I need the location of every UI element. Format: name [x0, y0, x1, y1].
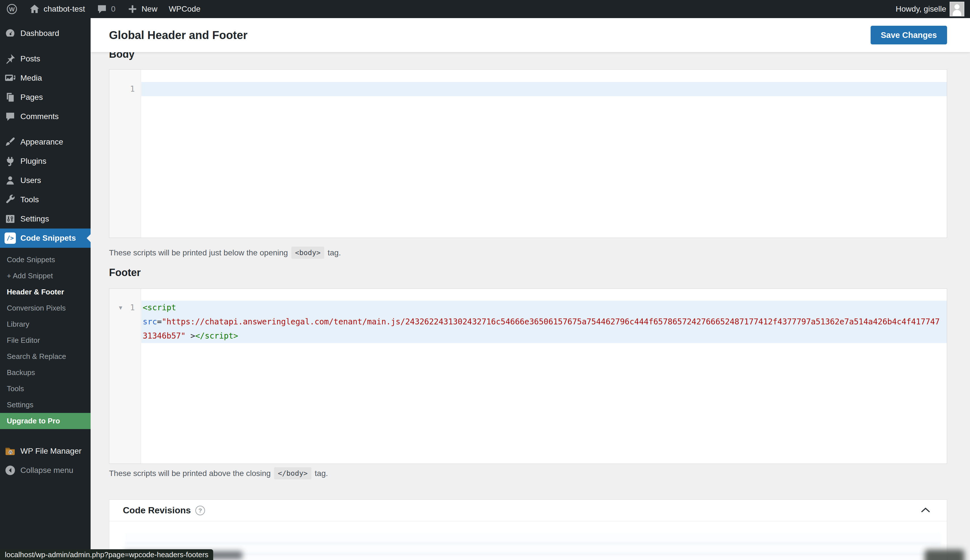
collapse-menu-button[interactable]: Collapse menu: [0, 461, 90, 480]
dashboard-icon: [4, 27, 17, 40]
submenu-code-snippets[interactable]: Code Snippets: [0, 252, 90, 268]
footer-caption: These scripts will be printed above the …: [109, 467, 328, 479]
plus-icon: [127, 3, 138, 15]
pages-icon: [4, 91, 17, 103]
sidebar-item-code-snippets[interactable]: /> Code Snippets: [0, 228, 90, 248]
howdy-text: Howdy, giselle: [896, 5, 946, 13]
admin-bar-new[interactable]: New: [127, 3, 157, 15]
browser-status-url: localhost/wp-admin/admin.php?page=wpcode…: [0, 549, 213, 560]
editor-gutter: ▼ 1: [109, 289, 141, 463]
editor-gutter: 1: [109, 70, 141, 238]
page-title: Global Header and Footer: [109, 29, 248, 42]
paintbrush-icon: [4, 136, 17, 148]
page-header: Global Header and Footer Save Changes: [90, 18, 970, 52]
body-tag-chip: <body>: [291, 247, 324, 259]
admin-bar-right: Howdy, giselle: [896, 2, 970, 17]
body-code-editor[interactable]: 1: [109, 69, 947, 238]
sidebar-item-label: Plugins: [20, 157, 47, 166]
sidebar-item-comments[interactable]: Comments: [0, 107, 90, 126]
sidebar-item-settings[interactable]: Settings: [0, 209, 90, 228]
sidebar-item-label: Collapse menu: [20, 466, 74, 475]
submenu-settings[interactable]: Settings: [0, 397, 90, 413]
sidebar-item-pages[interactable]: Pages: [0, 88, 90, 107]
help-icon[interactable]: ?: [196, 506, 205, 515]
sidebar-item-label: Media: [20, 73, 42, 83]
submenu-upgrade-to-pro[interactable]: Upgrade to Pro: [0, 413, 90, 429]
sidebar-item-label: Dashboard: [20, 29, 59, 38]
wordpress-logo-icon: W: [6, 3, 18, 15]
sidebar: Dashboard Posts Media Pages Comments: [0, 18, 90, 560]
wordpress-logo-menu[interactable]: W: [6, 3, 18, 15]
account-menu[interactable]: Howdy, giselle: [896, 2, 964, 17]
sidebar-item-users[interactable]: Users: [0, 171, 90, 190]
line-number: 1: [109, 301, 135, 315]
chevron-up-icon: [921, 507, 930, 514]
home-icon: [29, 3, 40, 15]
submenu-add-snippet[interactable]: + Add Snippet: [0, 268, 90, 284]
wrench-icon: [4, 193, 17, 206]
code-snippets-icon: />: [4, 232, 17, 244]
caption-text: tag.: [315, 469, 328, 478]
user-icon: [4, 174, 17, 187]
sidebar-item-appearance[interactable]: Appearance: [0, 132, 90, 152]
sidebar-item-label: Appearance: [20, 137, 63, 147]
wordpress-admin-screen: W chatbot-test 0 New: [0, 0, 970, 560]
sidebar-item-label: WP File Manager: [20, 447, 82, 456]
submenu-backups[interactable]: Backups: [0, 365, 90, 381]
footer-code-editor[interactable]: ▼ 1 <scriptsrc="https://chatapi.answerin…: [109, 288, 947, 464]
sidebar-item-tools[interactable]: Tools: [0, 190, 90, 209]
sidebar-item-label: Tools: [20, 195, 39, 204]
sidebar-separator: [0, 126, 90, 132]
sidebar-item-label: Pages: [20, 93, 43, 102]
comment-count: 0: [111, 5, 115, 13]
site-name-menu[interactable]: chatbot-test: [29, 3, 85, 15]
code-revisions-header: Code Revisions ?: [109, 500, 947, 521]
code-revisions-title: Code Revisions: [123, 505, 191, 516]
main-content: Body 1 These scripts will be printed jus…: [90, 18, 970, 560]
submenu-tools[interactable]: Tools: [0, 381, 90, 397]
comments-icon: [4, 110, 17, 123]
admin-bar-left: W chatbot-test 0 New: [0, 3, 896, 15]
sidebar-item-posts[interactable]: Posts: [0, 49, 90, 68]
submenu-library[interactable]: Library: [0, 316, 90, 332]
plug-icon: [4, 155, 17, 167]
new-label: New: [142, 5, 157, 13]
folder-icon: W: [4, 445, 17, 457]
comment-bubble-icon: [96, 3, 108, 15]
caption-text: These scripts will be printed just below…: [109, 248, 288, 257]
sidebar-item-label: Users: [20, 176, 41, 185]
code-revisions-card: Code Revisions ?: [109, 500, 947, 560]
submenu-search-replace[interactable]: Search & Replace: [0, 348, 90, 365]
media-icon: [4, 72, 17, 84]
admin-bar-wpcode[interactable]: WPCode: [169, 5, 201, 13]
sidebar-item-plugins[interactable]: Plugins: [0, 152, 90, 171]
active-line-highlight: [141, 82, 947, 96]
save-changes-button[interactable]: Save Changes: [871, 26, 947, 44]
sidebar-item-wp-file-manager[interactable]: W WP File Manager: [0, 442, 90, 461]
admin-bar-comments[interactable]: 0: [96, 3, 115, 15]
sidebar-item-label: Posts: [20, 54, 40, 63]
blurred-revisions-content: [125, 533, 941, 560]
sidebar-separator: [0, 433, 90, 442]
collapse-section-button[interactable]: [921, 507, 930, 514]
code-snippets-submenu: Code Snippets + Add Snippet Header & Foo…: [0, 248, 90, 433]
submenu-conversion-pixels[interactable]: Conversion Pixels: [0, 300, 90, 316]
sidebar-item-label: Settings: [20, 214, 49, 223]
admin-bar: W chatbot-test 0 New: [0, 0, 970, 18]
sidebar-item-media[interactable]: Media: [0, 68, 90, 88]
sidebar-item-dashboard[interactable]: Dashboard: [0, 24, 90, 43]
submenu-header-footer[interactable]: Header & Footer: [0, 284, 90, 300]
footer-script-code[interactable]: <scriptsrc="https://chatapi.answeringleg…: [143, 301, 944, 343]
blurred-button: [925, 550, 964, 560]
body-caption: These scripts will be printed just below…: [109, 247, 341, 259]
submenu-file-editor[interactable]: File Editor: [0, 332, 90, 348]
footer-section-heading: Footer: [109, 267, 141, 279]
svg-text:W: W: [8, 450, 12, 455]
line-number: 1: [109, 82, 135, 96]
site-name: chatbot-test: [43, 5, 85, 13]
collapse-arrow-icon: [4, 464, 17, 477]
sidebar-item-label: Code Snippets: [20, 233, 76, 243]
avatar: [950, 2, 964, 17]
svg-text:W: W: [9, 6, 15, 12]
sidebar-separator: [0, 43, 90, 49]
